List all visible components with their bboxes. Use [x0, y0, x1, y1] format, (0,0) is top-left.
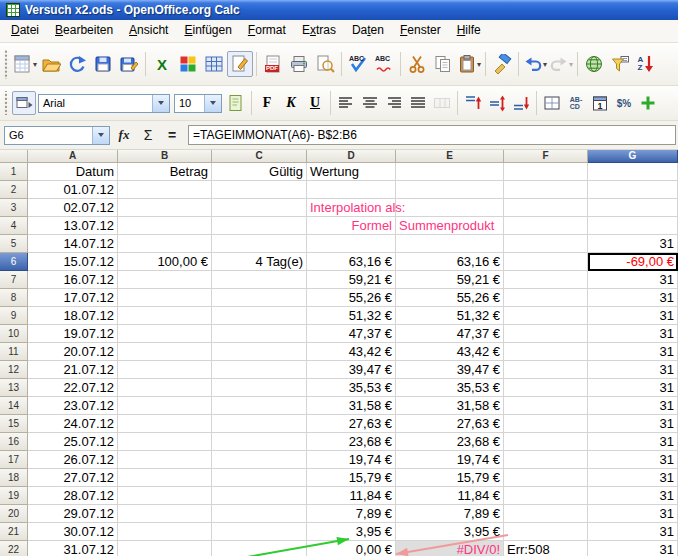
cell-G3[interactable]: [588, 199, 678, 217]
cell-F12[interactable]: [504, 361, 588, 379]
cell-C9[interactable]: [212, 307, 307, 325]
cell-B17[interactable]: [118, 451, 212, 469]
cell-D1[interactable]: Wertung: [307, 163, 396, 181]
align-center-button[interactable]: [358, 91, 382, 115]
cell-E11[interactable]: 43,42 €: [396, 343, 504, 361]
cell-D20[interactable]: 7,89 €: [307, 505, 396, 523]
add-decimal-button[interactable]: [636, 91, 660, 115]
cell-C8[interactable]: [212, 289, 307, 307]
auto-spellcheck-button[interactable]: ABC: [371, 51, 397, 77]
chevron-down-icon[interactable]: [204, 95, 221, 112]
cell-D7[interactable]: 59,21 €: [307, 271, 396, 289]
cell-E8[interactable]: 55,26 €: [396, 289, 504, 307]
cell-D2[interactable]: [307, 181, 396, 199]
cell-D5[interactable]: [307, 235, 396, 253]
cell-C16[interactable]: [212, 433, 307, 451]
cell-B11[interactable]: [118, 343, 212, 361]
cell-E3[interactable]: [396, 199, 504, 217]
cell-F17[interactable]: [504, 451, 588, 469]
cell-B9[interactable]: [118, 307, 212, 325]
toolbar-grip[interactable]: [3, 91, 9, 115]
italic-button[interactable]: K: [279, 91, 303, 115]
cell-E9[interactable]: 51,32 €: [396, 307, 504, 325]
cell-A2[interactable]: 01.07.12: [28, 181, 118, 199]
row-header-21[interactable]: 21: [0, 523, 28, 541]
cell-E7[interactable]: 59,21 €: [396, 271, 504, 289]
cell-F9[interactable]: [504, 307, 588, 325]
cell-A15[interactable]: 24.07.12: [28, 415, 118, 433]
cell-F8[interactable]: [504, 289, 588, 307]
column-header-C[interactable]: C: [212, 150, 307, 163]
row-header-1[interactable]: 1: [0, 163, 28, 181]
cell-B1[interactable]: Betrag: [118, 163, 212, 181]
cell-D22[interactable]: 0,00 €: [307, 541, 396, 556]
cell-B19[interactable]: [118, 487, 212, 505]
spellcheck-button[interactable]: ABC: [345, 51, 371, 77]
cell-B2[interactable]: [118, 181, 212, 199]
cell-G10[interactable]: 31: [588, 325, 678, 343]
cell-E20[interactable]: 7,89 €: [396, 505, 504, 523]
cell-C2[interactable]: [212, 181, 307, 199]
row-header-13[interactable]: 13: [0, 379, 28, 397]
font-size-select[interactable]: 10: [174, 94, 222, 113]
cell-E22[interactable]: #DIV/0!: [396, 541, 504, 556]
paste-button[interactable]: ▾: [456, 51, 482, 77]
cell-A21[interactable]: 30.07.12: [28, 523, 118, 541]
cell-A11[interactable]: 20.07.12: [28, 343, 118, 361]
cell-A10[interactable]: 19.07.12: [28, 325, 118, 343]
row-header-18[interactable]: 18: [0, 469, 28, 487]
gallery-button[interactable]: [175, 51, 201, 77]
select-all-corner[interactable]: [0, 150, 28, 163]
borders-button[interactable]: [540, 91, 564, 115]
row-header-2[interactable]: 2: [0, 181, 28, 199]
cell-E15[interactable]: 27,63 €: [396, 415, 504, 433]
sort-ascending-button[interactable]: AZ: [633, 51, 659, 77]
cell-D18[interactable]: 15,79 €: [307, 469, 396, 487]
bold-button[interactable]: F: [255, 91, 279, 115]
cell-B8[interactable]: [118, 289, 212, 307]
menu-extras[interactable]: Extras: [294, 20, 344, 42]
cell-G9[interactable]: 31: [588, 307, 678, 325]
cell-E16[interactable]: 23,68 €: [396, 433, 504, 451]
row-header-3[interactable]: 3: [0, 199, 28, 217]
cell-G6[interactable]: -69,00 €: [588, 253, 678, 271]
row-header-12[interactable]: 12: [0, 361, 28, 379]
cell-D17[interactable]: 19,74 €: [307, 451, 396, 469]
cell-F15[interactable]: [504, 415, 588, 433]
hyperlink-button[interactable]: [581, 51, 607, 77]
cell-B15[interactable]: [118, 415, 212, 433]
cell-B7[interactable]: [118, 271, 212, 289]
cell-G18[interactable]: 31: [588, 469, 678, 487]
cell-F11[interactable]: [504, 343, 588, 361]
cell-D9[interactable]: 51,32 €: [307, 307, 396, 325]
cell-E10[interactable]: 47,37 €: [396, 325, 504, 343]
cell-C1[interactable]: Gültig: [212, 163, 307, 181]
cell-E2[interactable]: [396, 181, 504, 199]
chevron-down-icon[interactable]: ▾: [543, 60, 547, 69]
cell-G5[interactable]: 31: [588, 235, 678, 253]
cell-G22[interactable]: 31: [588, 541, 678, 556]
cell-E17[interactable]: 19,74 €: [396, 451, 504, 469]
name-box[interactable]: G6: [4, 126, 110, 145]
row-header-15[interactable]: 15: [0, 415, 28, 433]
menu-format[interactable]: Format: [240, 20, 294, 42]
valign-bottom-button[interactable]: [509, 91, 533, 115]
format-paintbrush-button[interactable]: [489, 51, 515, 77]
cell-E18[interactable]: 15,79 €: [396, 469, 504, 487]
cell-C15[interactable]: [212, 415, 307, 433]
cell-C21[interactable]: [212, 523, 307, 541]
cell-C3[interactable]: [212, 199, 307, 217]
valign-middle-button[interactable]: [485, 91, 509, 115]
row-header-22[interactable]: 22: [0, 541, 28, 556]
row-header-5[interactable]: 5: [0, 235, 28, 253]
cell-D21[interactable]: 3,95 €: [307, 523, 396, 541]
redo-button[interactable]: ▾: [548, 51, 574, 77]
cell-B21[interactable]: [118, 523, 212, 541]
chevron-down-icon[interactable]: ▾: [33, 60, 37, 69]
cell-D19[interactable]: 11,84 €: [307, 487, 396, 505]
cell-F14[interactable]: [504, 397, 588, 415]
save-as-button[interactable]: [116, 51, 142, 77]
cell-G19[interactable]: 31: [588, 487, 678, 505]
export-pdf-button[interactable]: PDF: [260, 51, 286, 77]
cell-D11[interactable]: 43,42 €: [307, 343, 396, 361]
